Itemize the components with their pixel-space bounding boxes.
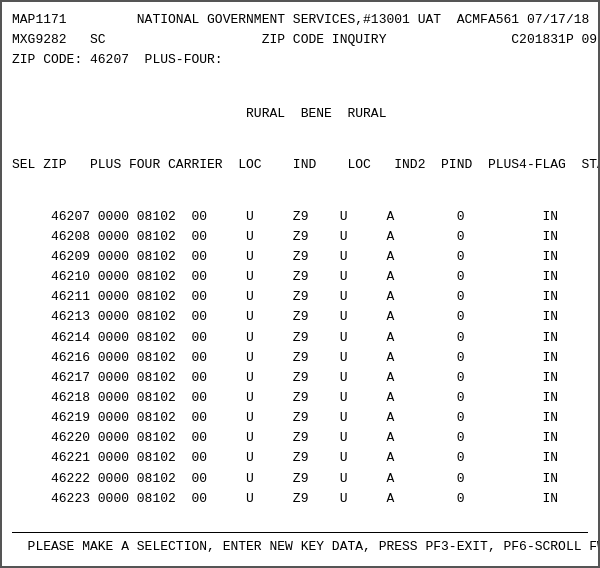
table-row: 46216 0000 08102 00 U Z9 U A 0 IN	[12, 348, 588, 368]
table-row: 46207 0000 08102 00 U Z9 U A 0 IN	[12, 207, 588, 227]
data-table: 46207 0000 08102 00 U Z9 U A 0 IN 46208 …	[12, 207, 588, 509]
footer-message: PLEASE MAKE A SELECTION, ENTER NEW KEY D…	[12, 532, 588, 554]
column-headers: RURAL BENE RURAL SEL ZIP PLUS FOUR CARRI…	[12, 74, 588, 204]
table-row: 46211 0000 08102 00 U Z9 U A 0 IN	[12, 287, 588, 307]
table-row: 46208 0000 08102 00 U Z9 U A 0 IN	[12, 227, 588, 247]
table-row: 46221 0000 08102 00 U Z9 U A 0 IN	[12, 448, 588, 468]
main-screen: MAP1171 NATIONAL GOVERNMENT SERVICES,#13…	[0, 0, 600, 568]
table-row: 46210 0000 08102 00 U Z9 U A 0 IN	[12, 267, 588, 287]
table-row: 46213 0000 08102 00 U Z9 U A 0 IN	[12, 307, 588, 327]
table-row: 46214 0000 08102 00 U Z9 U A 0 IN	[12, 328, 588, 348]
col-header-line1: RURAL BENE RURAL	[12, 104, 588, 124]
col-header-line2: SEL ZIP PLUS FOUR CARRIER LOC IND LOC IN…	[12, 155, 588, 175]
table-row: 46222 0000 08102 00 U Z9 U A 0 IN	[12, 469, 588, 489]
table-row: 46209 0000 08102 00 U Z9 U A 0 IN	[12, 247, 588, 267]
header-section: MAP1171 NATIONAL GOVERNMENT SERVICES,#13…	[12, 10, 588, 70]
header-line1: MAP1171 NATIONAL GOVERNMENT SERVICES,#13…	[12, 10, 588, 30]
table-row: 46223 0000 08102 00 U Z9 U A 0 IN	[12, 489, 588, 509]
table-row: 46218 0000 08102 00 U Z9 U A 0 IN	[12, 388, 588, 408]
table-row: 46217 0000 08102 00 U Z9 U A 0 IN	[12, 368, 588, 388]
header-line2: MXG9282 SC ZIP CODE INQUIRY C201831P 09:…	[12, 30, 588, 50]
header-line3: ZIP CODE: 46207 PLUS-FOUR:	[12, 50, 588, 70]
table-row: 46219 0000 08102 00 U Z9 U A 0 IN	[12, 408, 588, 428]
table-row: 46220 0000 08102 00 U Z9 U A 0 IN	[12, 428, 588, 448]
